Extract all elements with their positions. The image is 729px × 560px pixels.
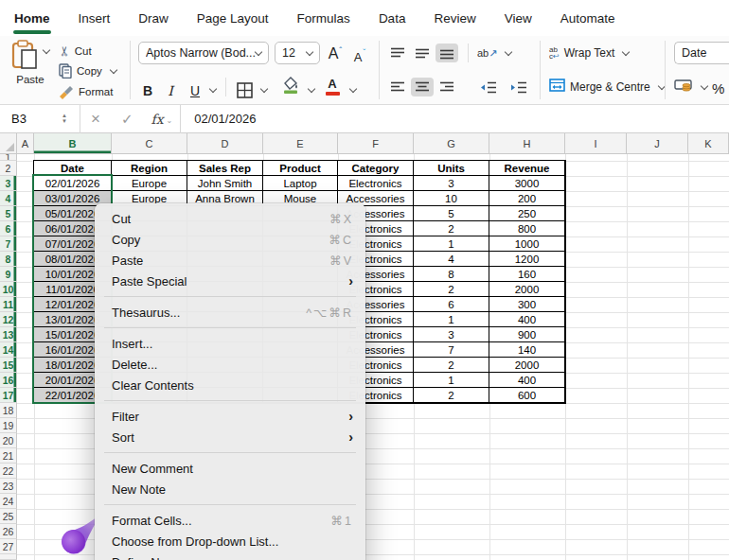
row-header-24[interactable]: 24 [0,494,17,509]
tab-page-layout[interactable]: Page Layout [197,11,269,26]
context-menu-item-paste[interactable]: Paste⌘V [95,250,365,271]
context-menu-item-copy[interactable]: Copy⌘C [95,229,365,250]
cell-H4[interactable]: 200 [489,191,565,206]
cell-H15[interactable]: 2000 [489,358,565,373]
context-menu-item-sort[interactable]: Sort› [95,427,365,447]
row-header-23[interactable]: 23 [0,479,17,494]
cell-B3[interactable]: 02/01/2026 [34,176,112,191]
row-header-partial[interactable] [0,554,17,560]
tab-draw[interactable]: Draw [138,11,169,26]
row-header-19[interactable]: 19 [0,418,17,433]
tab-review[interactable]: Review [434,11,475,26]
row-header-17[interactable]: 17 [0,388,17,403]
cell-G4[interactable]: 10 [414,191,489,206]
cell-G10[interactable]: 2 [414,282,489,297]
cell-G13[interactable]: 3 [414,327,489,342]
cell-G14[interactable]: 7 [414,342,489,358]
fill-color-button[interactable] [282,76,299,96]
font-color-chevron[interactable] [349,85,357,93]
decrease-font-size-button[interactable]: Aˇ [350,44,369,64]
row-header-11[interactable]: 11 [0,297,17,312]
formula-input[interactable]: 02/01/2026 [181,112,256,126]
column-header-J[interactable]: J [627,133,688,154]
context-menu-item-delete[interactable]: Delete... [95,354,365,375]
context-menu-item-thesaurus[interactable]: Thesaurus...^⌥⌘R [95,302,365,323]
cell-G7[interactable]: 1 [414,236,489,252]
align-top-button[interactable] [386,44,409,62]
bold-button[interactable]: B [140,78,155,98]
row-header-3[interactable]: 3 [0,176,17,191]
row-header-6[interactable]: 6 [0,221,17,236]
insert-function-button[interactable]: fx [144,112,164,127]
cut-button[interactable]: ✂ Cut [59,42,92,61]
context-menu-item-choose-from-drop-down-list[interactable]: Choose from Drop-down List... [95,531,365,551]
row-header-15[interactable]: 15 [0,358,17,373]
name-box[interactable]: B3 [0,112,59,126]
table-header-product[interactable]: Product [263,161,338,176]
font-size-combo[interactable]: 12 [275,42,320,64]
borders-chevron[interactable] [260,85,268,93]
table-header-units[interactable]: Units [414,161,489,176]
cell-H5[interactable]: 250 [489,206,565,221]
paste-dropdown-chevron[interactable] [43,46,50,54]
borders-button[interactable] [237,78,253,98]
decrease-indent-button[interactable] [477,78,500,96]
cell-H10[interactable]: 2000 [489,282,565,297]
column-header-K[interactable]: K [688,133,729,154]
underline-chevron[interactable] [209,85,217,93]
row-header-25[interactable]: 25 [0,509,17,524]
cell-F3[interactable]: Electronics [338,176,414,191]
column-header-E[interactable]: E [263,133,338,154]
font-name-combo[interactable]: Aptos Narrow (Bod... [138,42,269,64]
cell-H3[interactable]: 3000 [489,176,565,191]
enter-button[interactable]: ✓ [111,111,144,128]
column-header-C[interactable]: C [112,133,187,154]
column-header-F[interactable]: F [338,133,414,154]
column-header-B[interactable]: B [34,133,112,154]
tab-view[interactable]: View [505,11,532,26]
cell-G5[interactable]: 5 [414,206,489,221]
copy-button[interactable]: Copy [59,61,116,80]
row-header-18[interactable]: 18 [0,403,17,418]
align-middle-button[interactable] [411,44,434,62]
insert-function-chevron[interactable]: ⌄ [164,113,173,125]
context-menu-item-new-note[interactable]: New Note [95,479,365,499]
cell-H16[interactable]: 400 [489,373,565,388]
row-header-27[interactable]: 27 [0,539,17,554]
tab-automate[interactable]: Automate [560,11,615,26]
row-header-1[interactable]: 1 [0,154,17,161]
cell-G15[interactable]: 2 [414,358,489,373]
context-menu-item-cut[interactable]: Cut⌘X [95,208,365,229]
cell-G9[interactable]: 8 [414,267,489,282]
table-header-region[interactable]: Region [112,161,187,176]
cell-G16[interactable]: 1 [414,373,489,388]
cell-G3[interactable]: 3 [414,176,489,191]
row-header-20[interactable]: 20 [0,433,17,448]
cell-H13[interactable]: 900 [489,327,565,342]
column-header-G[interactable]: G [414,133,489,154]
row-header-9[interactable]: 9 [0,267,17,282]
row-header-14[interactable]: 14 [0,342,17,358]
row-header-10[interactable]: 10 [0,282,17,297]
cell-C3[interactable]: Europe [112,176,187,191]
increase-indent-button[interactable] [507,78,530,96]
accounting-format-button[interactable] [674,78,707,96]
cell-H17[interactable]: 600 [489,388,565,403]
align-bottom-button[interactable] [436,44,458,62]
context-menu-item-insert[interactable]: Insert... [95,333,365,354]
cancel-button[interactable]: × [80,110,111,129]
column-header-D[interactable]: D [187,133,263,154]
align-left-button[interactable] [386,78,409,96]
row-header-13[interactable]: 13 [0,327,17,342]
align-center-button[interactable] [411,78,434,96]
wrap-text-button[interactable]: abc↩ Wrap Text [549,44,629,62]
cell-G17[interactable]: 2 [414,388,489,403]
row-header-12[interactable]: 12 [0,312,17,327]
cell-G11[interactable]: 6 [414,297,489,312]
cell-H7[interactable]: 1000 [489,236,565,252]
table-header-revenue[interactable]: Revenue [489,161,565,176]
row-header-7[interactable]: 7 [0,236,17,252]
context-menu-item-format-cells[interactable]: Format Cells...⌘1 [95,510,365,531]
row-header-16[interactable]: 16 [0,373,17,388]
cell-H9[interactable]: 160 [489,267,565,282]
